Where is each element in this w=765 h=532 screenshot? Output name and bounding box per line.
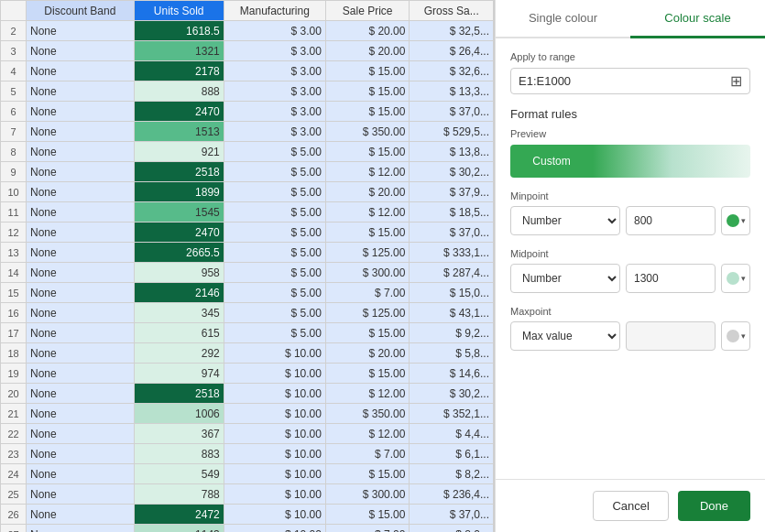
manufacturing-cell[interactable]: $ 5.00 (224, 142, 325, 162)
manufacturing-cell[interactable]: $ 10.00 (224, 484, 325, 505)
units-sold-cell[interactable]: 549 (134, 464, 224, 484)
manufacturing-cell[interactable]: $ 10.00 (224, 505, 325, 525)
table-row[interactable]: 14None958$ 5.00$ 300.00$ 287,4... (1, 263, 494, 283)
units-sold-cell[interactable]: 1513 (134, 122, 224, 142)
units-sold-cell[interactable]: 2470 (134, 102, 224, 122)
table-row[interactable]: 9None2518$ 5.00$ 12.00$ 30,2... (1, 162, 494, 182)
manufacturing-cell[interactable]: $ 10.00 (224, 404, 325, 424)
col-e-header[interactable]: Units Sold (134, 1, 224, 21)
tab-colour-scale[interactable]: Colour scale (630, 0, 765, 38)
discount-band-cell[interactable]: None (27, 505, 135, 525)
sale-price-cell[interactable]: $ 12.00 (325, 202, 410, 223)
manufacturing-cell[interactable]: $ 10.00 (224, 444, 325, 464)
gross-sales-cell[interactable]: $ 30,2... (410, 162, 494, 182)
units-sold-cell[interactable]: 1545 (134, 202, 224, 223)
gross-sales-cell[interactable]: $ 13,3... (410, 81, 494, 102)
manufacturing-cell[interactable]: $ 5.00 (224, 323, 325, 343)
units-sold-cell[interactable]: 2146 (134, 283, 224, 303)
sale-price-cell[interactable]: $ 125.00 (325, 303, 410, 323)
gross-sales-cell[interactable]: $ 43,1... (410, 303, 494, 323)
gross-sales-cell[interactable]: $ 287,4... (410, 263, 494, 283)
gross-sales-cell[interactable]: $ 8,2... (410, 464, 494, 484)
sale-price-cell[interactable]: $ 15.00 (325, 142, 410, 162)
discount-band-cell[interactable]: None (27, 81, 135, 102)
gross-sales-cell[interactable]: $ 30,2... (410, 384, 494, 404)
manufacturing-cell[interactable]: $ 10.00 (224, 525, 325, 533)
sale-price-cell[interactable]: $ 12.00 (325, 424, 410, 444)
sale-price-cell[interactable]: $ 15.00 (325, 223, 410, 243)
manufacturing-cell[interactable]: $ 5.00 (224, 162, 325, 182)
units-sold-cell[interactable]: 1899 (134, 182, 224, 202)
table-row[interactable]: 11None1545$ 5.00$ 12.00$ 18,5... (1, 202, 494, 223)
manufacturing-cell[interactable]: $ 10.00 (224, 384, 325, 404)
sale-price-cell[interactable]: $ 15.00 (325, 323, 410, 343)
table-row[interactable]: 13None2665.5$ 5.00$ 125.00$ 333,1... (1, 243, 494, 263)
units-sold-cell[interactable]: 883 (134, 444, 224, 464)
manufacturing-cell[interactable]: $ 10.00 (224, 364, 325, 384)
table-row[interactable]: 6None2470$ 3.00$ 15.00$ 37,0... (1, 102, 494, 122)
table-row[interactable]: 10None1899$ 5.00$ 20.00$ 37,9... (1, 182, 494, 202)
sale-price-cell[interactable]: $ 7.00 (325, 444, 410, 464)
discount-band-cell[interactable]: None (27, 343, 135, 364)
gross-sales-cell[interactable]: $ 13,8... (410, 142, 494, 162)
table-row[interactable]: 5None888$ 3.00$ 15.00$ 13,3... (1, 81, 494, 102)
units-sold-cell[interactable]: 292 (134, 343, 224, 364)
discount-band-cell[interactable]: None (27, 223, 135, 243)
manufacturing-cell[interactable]: $ 3.00 (224, 122, 325, 142)
sale-price-cell[interactable]: $ 300.00 (325, 484, 410, 505)
range-input[interactable] (519, 74, 730, 88)
gross-sales-cell[interactable]: $ 32,5... (410, 21, 494, 41)
table-row[interactable]: 20None2518$ 10.00$ 12.00$ 30,2... (1, 384, 494, 404)
gross-sales-cell[interactable]: $ 9,2... (410, 323, 494, 343)
sale-price-cell[interactable]: $ 12.00 (325, 384, 410, 404)
sale-price-cell[interactable]: $ 300.00 (325, 263, 410, 283)
table-row[interactable]: 23None883$ 10.00$ 7.00$ 6,1... (1, 444, 494, 464)
sale-price-cell[interactable]: $ 15.00 (325, 61, 410, 81)
units-sold-cell[interactable]: 788 (134, 484, 224, 505)
table-row[interactable]: 26None2472$ 10.00$ 15.00$ 37,0... (1, 505, 494, 525)
table-row[interactable]: 16None345$ 5.00$ 125.00$ 43,1... (1, 303, 494, 323)
col-h-header[interactable]: Gross Sa... (410, 1, 494, 21)
col-d-header[interactable]: Discount Band (27, 1, 135, 21)
manufacturing-cell[interactable]: $ 5.00 (224, 182, 325, 202)
table-row[interactable]: 21None1006$ 10.00$ 350.00$ 352,1... (1, 404, 494, 424)
units-sold-cell[interactable]: 367 (134, 424, 224, 444)
discount-band-cell[interactable]: None (27, 424, 135, 444)
units-sold-cell[interactable]: 2665.5 (134, 243, 224, 263)
maxpoint-color-button[interactable]: ▾ (721, 321, 750, 351)
grid-icon[interactable]: ⊞ (730, 72, 742, 90)
sale-price-cell[interactable]: $ 15.00 (325, 464, 410, 484)
discount-band-cell[interactable]: None (27, 41, 135, 61)
gross-sales-cell[interactable]: $ 5,8... (410, 343, 494, 364)
units-sold-cell[interactable]: 958 (134, 263, 224, 283)
gross-sales-cell[interactable]: $ 236,4... (410, 484, 494, 505)
units-sold-cell[interactable]: 888 (134, 81, 224, 102)
midpoint-color-button[interactable]: ▾ (721, 264, 750, 293)
table-row[interactable]: 25None788$ 10.00$ 300.00$ 236,4... (1, 484, 494, 505)
discount-band-cell[interactable]: None (27, 303, 135, 323)
units-sold-cell[interactable]: 1143 (134, 525, 224, 533)
sale-price-cell[interactable]: $ 350.00 (325, 404, 410, 424)
table-row[interactable]: 3None1321$ 3.00$ 20.00$ 26,4... (1, 41, 494, 61)
manufacturing-cell[interactable]: $ 5.00 (224, 243, 325, 263)
sale-price-cell[interactable]: $ 20.00 (325, 21, 410, 41)
gross-sales-cell[interactable]: $ 6,1... (410, 444, 494, 464)
units-sold-cell[interactable]: 2518 (134, 384, 224, 404)
discount-band-cell[interactable]: None (27, 21, 135, 41)
gross-sales-cell[interactable]: $ 352,1... (410, 404, 494, 424)
manufacturing-cell[interactable]: $ 5.00 (224, 283, 325, 303)
gross-sales-cell[interactable]: $ 8,0... (410, 525, 494, 533)
units-sold-cell[interactable]: 1321 (134, 41, 224, 61)
sale-price-cell[interactable]: $ 7.00 (325, 283, 410, 303)
gross-sales-cell[interactable]: $ 37,9... (410, 182, 494, 202)
gross-sales-cell[interactable]: $ 333,1... (410, 243, 494, 263)
manufacturing-cell[interactable]: $ 5.00 (224, 303, 325, 323)
units-sold-cell[interactable]: 2472 (134, 505, 224, 525)
minpoint-value-input[interactable] (626, 206, 716, 235)
gross-sales-cell[interactable]: $ 37,0... (410, 102, 494, 122)
gross-sales-cell[interactable]: $ 529,5... (410, 122, 494, 142)
sale-price-cell[interactable]: $ 12.00 (325, 162, 410, 182)
units-sold-cell[interactable]: 2470 (134, 223, 224, 243)
discount-band-cell[interactable]: None (27, 202, 135, 223)
minpoint-color-button[interactable]: ▾ (721, 206, 750, 235)
